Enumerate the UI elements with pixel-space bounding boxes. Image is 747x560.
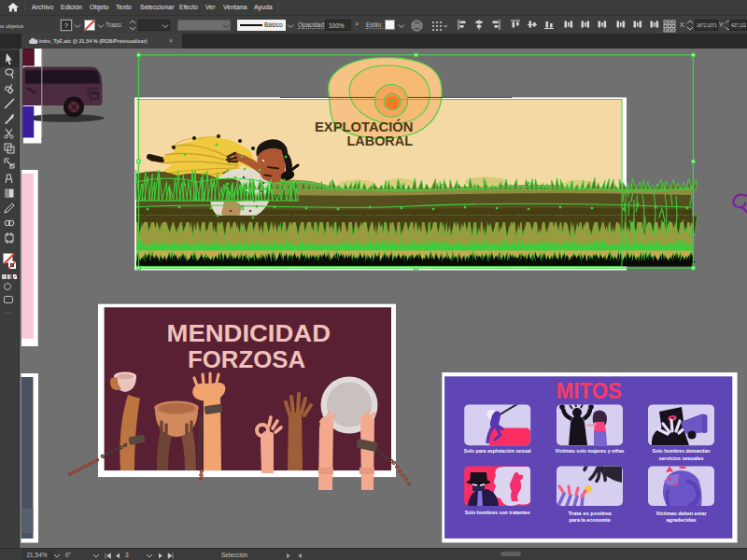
svg-text:LABORAL: LABORAL bbox=[347, 133, 414, 148]
svg-text:MENDICIDAD: MENDICIDAD bbox=[167, 320, 331, 346]
svg-text:Solo hombres son tratantes: Solo hombres son tratantes bbox=[465, 510, 530, 515]
svg-text:Trata es positiva: Trata es positiva bbox=[569, 511, 613, 516]
svg-text:servicios sexuales: servicios sexuales bbox=[659, 455, 704, 461]
svg-text:Solo para explotación sexual: Solo para explotación sexual bbox=[464, 448, 531, 454]
svg-text:FORZOSA: FORZOSA bbox=[188, 345, 305, 373]
svg-text:Solo hombres demandan: Solo hombres demandan bbox=[653, 448, 712, 454]
svg-text:Víctimas solo mujeres y niñas: Víctimas solo mujeres y niñas bbox=[556, 448, 625, 454]
svg-text:agradecidas: agradecidas bbox=[667, 517, 697, 523]
svg-text:para la economía: para la economía bbox=[570, 517, 612, 523]
svg-text:MITOS: MITOS bbox=[557, 378, 622, 403]
svg-text:Víctimas deben estar: Víctimas deben estar bbox=[656, 511, 708, 516]
svg-text:EXPLOTACIÓN: EXPLOTACIÓN bbox=[315, 119, 414, 134]
